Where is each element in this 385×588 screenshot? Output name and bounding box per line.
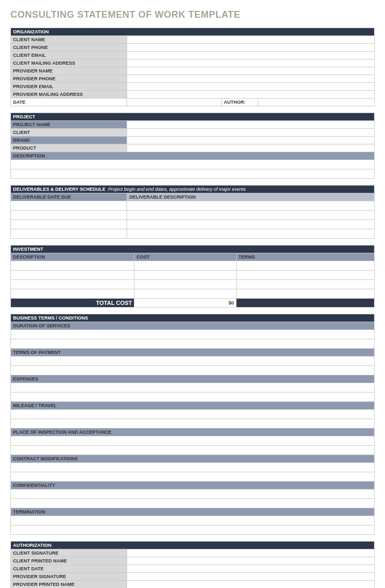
- input-author[interactable]: [258, 99, 374, 106]
- inv-row-1-desc[interactable]: [11, 261, 134, 271]
- inv-row-3-terms[interactable]: [236, 280, 374, 289]
- deliverables-subtitle: Project begin and end dates, approximate…: [108, 187, 246, 192]
- label-provider-phone: PROVIDER PHONE: [11, 75, 127, 83]
- label-brand: BRAND: [11, 137, 127, 144]
- inv-row-2-cost[interactable]: [134, 271, 236, 280]
- inv-row-2-desc[interactable]: [11, 271, 134, 280]
- input-duration-1[interactable]: [11, 330, 375, 339]
- input-project-name[interactable]: [127, 121, 375, 129]
- label-client-phone: CLIENT PHONE: [11, 44, 127, 52]
- col-inv-terms: TERMS: [236, 253, 374, 261]
- label-description: DESCRIPTION: [11, 152, 375, 160]
- label-provider-name: PROVIDER NAME: [11, 67, 127, 75]
- label-project-name: PROJECT NAME: [11, 121, 127, 129]
- label-client-name: CLIENT NAME: [11, 36, 127, 44]
- input-payment-1[interactable]: [11, 357, 375, 366]
- col-inv-desc: DESCRIPTION: [11, 253, 134, 261]
- input-termination-2[interactable]: [11, 525, 375, 535]
- investment-table: INVESTMENT DESCRIPTION COST TERMS TOTAL …: [10, 245, 375, 308]
- input-client-name[interactable]: [127, 36, 375, 44]
- input-payment-2[interactable]: [11, 366, 375, 375]
- input-brand[interactable]: [127, 137, 375, 144]
- input-mileage-2[interactable]: [11, 419, 375, 428]
- inv-row-4-terms[interactable]: [236, 289, 374, 299]
- label-product: PRODUCT: [11, 144, 127, 152]
- input-date[interactable]: [127, 99, 221, 106]
- input-provider-sig[interactable]: [127, 573, 375, 581]
- label-client-print: CLIENT PRINTED NAME: [11, 557, 127, 565]
- section-business-terms: BUSINESS TERMS / CONDITIONS DURATION OF …: [10, 314, 375, 535]
- deliv-row-2-desc[interactable]: [127, 211, 375, 220]
- input-client-date[interactable]: [127, 565, 375, 573]
- input-provider-name[interactable]: [127, 67, 375, 75]
- input-description-1[interactable]: [11, 160, 375, 169]
- input-expenses-2[interactable]: [11, 393, 375, 402]
- business-terms-header: BUSINESS TERMS / CONDITIONS: [11, 314, 375, 322]
- input-client-phone[interactable]: [127, 44, 375, 52]
- deliv-row-1-date[interactable]: [11, 201, 127, 211]
- inv-row-3-cost[interactable]: [134, 280, 236, 289]
- input-inspection-2[interactable]: [11, 446, 375, 455]
- input-client-email[interactable]: [127, 52, 375, 59]
- section-deliverables: DELIVERABLES & DELIVERY SCHEDULE Project…: [10, 185, 375, 239]
- authorization-table: AUTHORIZATION CLIENT SIGNATURE CLIENT PR…: [10, 541, 375, 588]
- input-termination-1[interactable]: [11, 516, 375, 525]
- label-client-mailing: CLIENT MAILING ADDRESS: [11, 59, 127, 67]
- label-provider-sig: PROVIDER SIGNATURE: [11, 573, 127, 581]
- label-client-sig: CLIENT SIGNATURE: [11, 549, 127, 557]
- input-provider-email[interactable]: [127, 83, 375, 91]
- label-author: AUTHOR:: [221, 99, 258, 106]
- input-confidentiality-1[interactable]: [11, 489, 375, 499]
- label-provider-email: PROVIDER EMAIL: [11, 83, 127, 91]
- input-modifications-2[interactable]: [11, 472, 375, 482]
- deliv-row-3-desc[interactable]: [127, 220, 375, 229]
- input-provider-mailing[interactable]: [127, 91, 375, 99]
- deliv-row-4-date[interactable]: [11, 229, 127, 239]
- project-table: PROJECT PROJECT NAME CLIENT BRAND PRODUC…: [10, 113, 375, 179]
- input-mileage-1[interactable]: [11, 410, 375, 419]
- organization-header: ORGANIZATION: [11, 28, 375, 36]
- total-cost-value: $0: [134, 299, 236, 308]
- section-organization: ORGANIZATION CLIENT NAME CLIENT PHONE CL…: [10, 28, 375, 106]
- input-description-2[interactable]: [11, 169, 375, 179]
- deliv-row-3-date[interactable]: [11, 220, 127, 229]
- label-duration: DURATION OF SERVICES: [11, 322, 375, 330]
- input-provider-phone[interactable]: [127, 75, 375, 83]
- investment-header: INVESTMENT: [11, 246, 375, 253]
- label-inspection: PLACE OF INSPECTION AND ACCEPTANCE: [11, 428, 375, 436]
- total-cost-spacer: [236, 299, 374, 308]
- inv-row-1-terms[interactable]: [236, 261, 374, 271]
- business-terms-table: BUSINESS TERMS / CONDITIONS DURATION OF …: [10, 314, 375, 535]
- inv-row-4-desc[interactable]: [11, 289, 134, 299]
- deliv-row-4-desc[interactable]: [127, 229, 375, 239]
- col-deliverable-date: DELIVERABLE DATE DUE: [11, 193, 127, 201]
- inv-row-3-desc[interactable]: [11, 280, 134, 289]
- input-client-mailing[interactable]: [127, 59, 375, 67]
- section-investment: INVESTMENT DESCRIPTION COST TERMS TOTAL …: [10, 245, 375, 308]
- input-confidentiality-2[interactable]: [11, 499, 375, 508]
- deliv-row-2-date[interactable]: [11, 211, 127, 220]
- section-project: PROJECT PROJECT NAME CLIENT BRAND PRODUC…: [10, 113, 375, 179]
- input-duration-2[interactable]: [11, 339, 375, 349]
- project-header: PROJECT: [11, 113, 375, 121]
- input-inspection-1[interactable]: [11, 436, 375, 446]
- label-project-client: CLIENT: [11, 129, 127, 137]
- total-cost-label: TOTAL COST: [11, 299, 134, 308]
- input-client-print[interactable]: [127, 557, 375, 565]
- inv-row-1-cost[interactable]: [134, 261, 236, 271]
- input-project-client[interactable]: [127, 129, 375, 137]
- label-payment: TERMS OF PAYMENT: [11, 349, 375, 357]
- input-modifications-1[interactable]: [11, 463, 375, 472]
- input-client-sig[interactable]: [127, 549, 375, 557]
- col-deliverable-desc: DELIVERABLE DESCRIPTION: [127, 193, 375, 201]
- input-expenses-1[interactable]: [11, 383, 375, 393]
- input-provider-print[interactable]: [127, 581, 375, 589]
- label-expenses: EXPENSES: [11, 375, 375, 383]
- deliv-row-1-desc[interactable]: [127, 201, 375, 211]
- inv-row-2-terms[interactable]: [236, 271, 374, 280]
- deliverables-header: DELIVERABLES & DELIVERY SCHEDULE Project…: [11, 186, 375, 193]
- organization-table: ORGANIZATION CLIENT NAME CLIENT PHONE CL…: [10, 28, 375, 106]
- inv-row-4-cost[interactable]: [134, 289, 236, 299]
- label-modifications: CONTRACT MODIFICATIONS: [11, 455, 375, 463]
- input-product[interactable]: [127, 144, 375, 152]
